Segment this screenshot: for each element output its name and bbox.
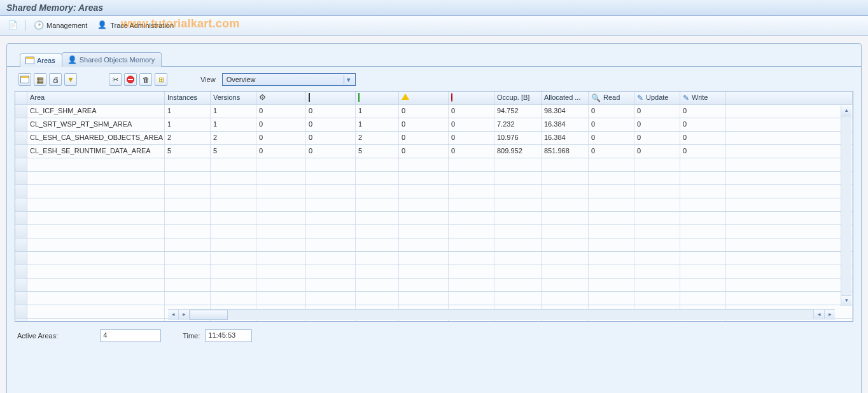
row-handle[interactable]: [15, 292, 27, 305]
cell: [27, 279, 165, 291]
print-button[interactable]: 🖨: [49, 73, 62, 86]
cell: [256, 225, 306, 238]
row-handle[interactable]: [15, 158, 27, 171]
horizontal-scrollbar[interactable]: ◂ ▸ ◂ ▸: [168, 309, 835, 320]
table-icon: [20, 76, 29, 83]
tab-shared-objects[interactable]: 👤 Shared Objects Memory: [62, 52, 162, 67]
col-error[interactable]: [449, 92, 494, 104]
table-row[interactable]: [15, 292, 853, 305]
table-row[interactable]: CL_SRT_WSP_RT_SHM_AREA11001007.23216.384…: [15, 118, 853, 132]
row-handle[interactable]: [15, 319, 27, 321]
cell: [680, 238, 726, 251]
cell: 7.232: [494, 118, 542, 131]
cell: [27, 212, 165, 224]
col-area[interactable]: Area: [27, 92, 165, 104]
table-row[interactable]: CL_ESH_SE_RUNTIME_DATA_AREA5500500809.95…: [15, 145, 853, 158]
view-select[interactable]: Overview ▾: [222, 73, 356, 86]
filter-button[interactable]: ▼: [64, 73, 77, 86]
cell: [542, 265, 589, 278]
table-row[interactable]: [15, 252, 853, 265]
management-button[interactable]: 🕑 Management: [31, 19, 90, 32]
cell: 2: [356, 132, 399, 144]
row-handle[interactable]: [15, 225, 27, 238]
row-handle[interactable]: [15, 238, 27, 251]
table-row[interactable]: [15, 198, 853, 212]
details-button[interactable]: [18, 73, 31, 86]
scroll-thumb[interactable]: [190, 310, 228, 320]
table-row[interactable]: [15, 212, 853, 225]
status-bar: Active Areas: 4 Time: 11:45:53: [7, 322, 861, 347]
cell: [680, 172, 726, 184]
scroll-left2-icon[interactable]: ▸: [179, 310, 190, 320]
cell: [399, 225, 449, 238]
cell: [589, 252, 634, 265]
scroll-left-icon[interactable]: ◂: [168, 310, 179, 320]
col-flag[interactable]: [306, 92, 356, 104]
col-active[interactable]: [356, 92, 399, 104]
row-handle[interactable]: [15, 279, 27, 291]
tools-button[interactable]: ✂: [109, 73, 122, 86]
table-row[interactable]: CL_ESH_CA_SHARED_OBJECTS_AREA220020010.9…: [15, 132, 853, 145]
col-versions[interactable]: Versions: [211, 92, 256, 104]
row-handle[interactable]: [15, 185, 27, 198]
row-handle[interactable]: [15, 172, 27, 184]
tab-areas[interactable]: Areas: [20, 53, 62, 67]
vertical-scrollbar[interactable]: ▴ ▾: [841, 106, 851, 306]
cell: 0: [680, 145, 726, 158]
scroll-up-icon[interactable]: ▴: [841, 106, 851, 116]
cell: [399, 252, 449, 265]
table-row[interactable]: [15, 185, 853, 198]
row-handle[interactable]: [15, 132, 27, 144]
clock-icon: 🕑: [34, 20, 44, 31]
table-row[interactable]: [15, 265, 853, 279]
delete-button[interactable]: 🗑: [139, 73, 152, 86]
layout-button[interactable]: ⊞: [155, 73, 167, 86]
management-label: Management: [46, 22, 87, 29]
view-label: View: [200, 76, 216, 83]
scroll-down-icon[interactable]: ▾: [841, 295, 851, 306]
table-row[interactable]: [15, 225, 853, 238]
select-button[interactable]: ▦: [34, 73, 46, 86]
col-write[interactable]: ✎Write: [680, 92, 726, 104]
row-handle[interactable]: [15, 212, 27, 224]
cell: CL_ICF_SHM_AREA: [27, 105, 165, 118]
col-read[interactable]: 🔍Read: [589, 92, 634, 104]
cell: [165, 252, 211, 265]
table-row[interactable]: [15, 279, 853, 292]
cell: [27, 292, 165, 305]
col-allocated[interactable]: Allocated ...: [542, 92, 589, 104]
document-icon: 📄: [8, 20, 18, 31]
row-handle[interactable]: [15, 265, 27, 278]
cell: [449, 279, 494, 291]
stop-button[interactable]: [124, 73, 137, 86]
cell: [306, 252, 356, 265]
row-handle[interactable]: [15, 252, 27, 265]
row-handle[interactable]: [15, 305, 27, 318]
toolbar-system-button[interactable]: 📄: [5, 19, 20, 32]
trace-admin-button[interactable]: 👤 Trace Administration: [95, 19, 176, 32]
row-handle[interactable]: [15, 118, 27, 131]
cell: [589, 292, 634, 305]
col-occup[interactable]: Occup. [B]: [494, 92, 542, 104]
col-warning[interactable]: [399, 92, 449, 104]
col-building[interactable]: ⚙: [256, 92, 306, 104]
table-row[interactable]: [15, 172, 853, 185]
row-handle[interactable]: [15, 198, 27, 211]
scroll-right-icon[interactable]: ◂: [813, 310, 824, 319]
trash-icon: 🗑: [143, 76, 150, 83]
col-instances[interactable]: Instances: [165, 92, 211, 104]
row-handle[interactable]: [15, 105, 27, 118]
table-row[interactable]: [15, 158, 853, 172]
cell: [256, 238, 306, 251]
cell: [449, 172, 494, 184]
cell: [494, 279, 542, 291]
col-update[interactable]: ✎Update: [634, 92, 680, 104]
table-row[interactable]: [15, 238, 853, 252]
row-handle[interactable]: [15, 145, 27, 158]
cell: [449, 158, 494, 171]
cell-rest: [726, 252, 853, 265]
scroll-right2-icon[interactable]: ▸: [824, 310, 835, 319]
cell-rest: [726, 279, 853, 291]
cell: 809.952: [494, 145, 542, 158]
table-row[interactable]: CL_ICF_SHM_AREA110010094.75298.304000: [15, 105, 853, 118]
